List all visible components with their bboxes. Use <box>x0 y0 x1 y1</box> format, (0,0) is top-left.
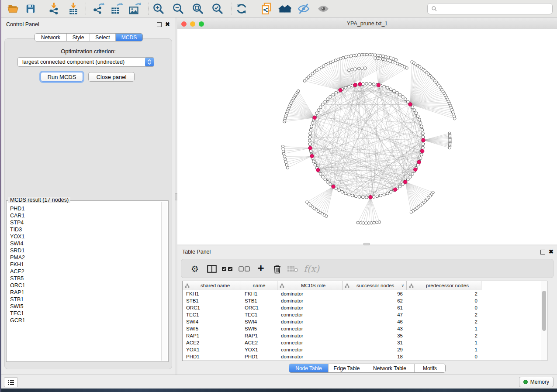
network-node[interactable] <box>339 57 342 60</box>
export-network-icon[interactable] <box>91 1 106 16</box>
network-node[interactable] <box>361 196 364 199</box>
network-node[interactable] <box>354 195 357 198</box>
network-node[interactable] <box>309 128 312 131</box>
tab-mcds[interactable]: MCDS <box>116 34 142 41</box>
network-node[interactable] <box>386 192 389 195</box>
table-row[interactable]: SWI5SWI5connector431 <box>183 325 481 332</box>
network-node[interactable] <box>365 222 367 224</box>
select-all-icon[interactable] <box>220 261 235 276</box>
network-node[interactable] <box>364 67 367 69</box>
table-cell-predecessor_nodes[interactable]: 1 <box>407 325 481 332</box>
dominator-node[interactable] <box>422 138 425 142</box>
table-cell-mcds_role[interactable]: dominator <box>277 297 343 304</box>
network-node[interactable] <box>317 109 320 112</box>
network-node[interactable] <box>410 211 412 213</box>
table-cell-successor_nodes[interactable]: 43 <box>343 325 407 332</box>
network-node[interactable] <box>419 121 422 124</box>
result-list-item[interactable]: SWI5 <box>7 303 161 310</box>
network-node[interactable] <box>286 166 289 169</box>
network-node[interactable] <box>379 194 382 197</box>
tab-motifs[interactable]: Motifs <box>415 364 445 372</box>
zoom-out-icon[interactable] <box>171 1 186 16</box>
network-node[interactable] <box>420 153 423 156</box>
network-node[interactable] <box>411 172 414 175</box>
network-node[interactable] <box>345 56 347 58</box>
column-header-MCDS-role[interactable]: MCDS role <box>277 281 343 290</box>
table-cell-name[interactable]: STB1 <box>241 297 277 304</box>
network-node[interactable] <box>379 57 381 60</box>
network-node[interactable] <box>378 221 381 224</box>
network-node[interactable] <box>356 221 359 224</box>
export-image-icon[interactable] <box>127 1 142 16</box>
column-header-predecessor-nodes[interactable]: predecessor nodes <box>407 281 481 290</box>
dominator-node[interactable] <box>404 180 407 184</box>
result-list-item[interactable]: FKH1 <box>7 261 161 268</box>
network-node[interactable] <box>416 115 419 118</box>
table-cell-mcds_role[interactable]: connector <box>277 346 343 353</box>
network-node[interactable] <box>360 53 363 56</box>
result-list-item[interactable]: CAR1 <box>7 212 161 219</box>
network-window-titlebar[interactable]: YPA_prune.txt_1 <box>177 18 557 29</box>
table-cell-shared_name[interactable]: ORC1 <box>183 304 241 311</box>
column-header-name[interactable]: name <box>241 281 277 290</box>
table-cell-predecessor_nodes[interactable]: 0 <box>407 304 481 311</box>
table-row[interactable]: ACE2ACE2connector311 <box>183 339 481 346</box>
table-row[interactable]: PHD1PHD1dominator180 <box>183 353 481 360</box>
horizontal-splitter-handle[interactable] <box>363 243 370 245</box>
network-node[interactable] <box>326 98 329 101</box>
close-panel-button[interactable]: Close panel <box>88 72 135 82</box>
network-node[interactable] <box>420 125 423 128</box>
dominator-node[interactable] <box>358 83 362 86</box>
network-node[interactable] <box>374 54 377 56</box>
result-list-item[interactable]: SRD1 <box>7 247 161 254</box>
network-node[interactable] <box>406 178 409 181</box>
network-node[interactable] <box>377 54 379 57</box>
network-node[interactable] <box>371 53 374 56</box>
network-node[interactable] <box>419 157 422 160</box>
table-panel-float-icon[interactable] <box>540 250 545 254</box>
table-cell-successor_nodes[interactable]: 29 <box>343 346 407 353</box>
network-node[interactable] <box>351 194 354 197</box>
network-node[interactable] <box>329 95 332 98</box>
table-cell-name[interactable]: PHD1 <box>241 353 277 360</box>
table-cell-predecessor_nodes[interactable]: 2 <box>407 332 481 339</box>
table-cell-predecessor_nodes[interactable]: 2 <box>407 318 481 325</box>
table-cell-predecessor_nodes[interactable]: 2 <box>407 311 481 318</box>
network-node[interactable] <box>422 146 425 149</box>
table-cell-mcds_role[interactable]: connector <box>277 339 343 346</box>
table-cell-name[interactable]: SWI5 <box>241 325 277 332</box>
network-node[interactable] <box>387 56 390 58</box>
table-cell-successor_nodes[interactable]: 18 <box>343 353 407 360</box>
show-all-icon[interactable] <box>316 1 331 16</box>
table-cell-predecessor_nodes[interactable]: 1 <box>407 346 481 353</box>
tab-style[interactable]: Style <box>67 34 90 41</box>
table-cell-mcds_role[interactable]: dominator <box>277 353 343 360</box>
network-node[interactable] <box>404 98 407 101</box>
network-node[interactable] <box>348 69 350 72</box>
result-list-item[interactable]: STB5 <box>7 275 161 282</box>
zoom-selected-icon[interactable] <box>210 1 225 16</box>
network-node[interactable] <box>362 222 364 224</box>
dominator-node[interactable] <box>421 149 424 153</box>
network-node[interactable] <box>350 55 353 57</box>
network-node[interactable] <box>363 53 366 56</box>
table-panel-close-icon[interactable]: ✖ <box>549 249 554 254</box>
network-node[interactable] <box>367 222 370 224</box>
table-cell-shared_name[interactable]: STB1 <box>183 297 241 304</box>
dominator-node[interactable] <box>369 196 372 199</box>
network-node[interactable] <box>321 175 324 179</box>
column-header-successor-nodes[interactable]: successor nodes∨ <box>343 281 407 290</box>
network-node[interactable] <box>390 57 392 59</box>
network-node[interactable] <box>365 83 368 86</box>
network-node[interactable] <box>372 83 375 86</box>
import-table-icon[interactable] <box>66 1 81 16</box>
dominator-node[interactable] <box>393 188 397 191</box>
zoom-in-icon[interactable] <box>151 1 166 16</box>
task-history-icon[interactable] <box>4 377 18 387</box>
dominator-node[interactable] <box>310 154 314 158</box>
table-cell-shared_name[interactable]: FKH1 <box>183 290 241 297</box>
table-cell-successor_nodes[interactable]: 35 <box>343 332 407 339</box>
network-node[interactable] <box>411 106 414 109</box>
network-node[interactable] <box>315 112 318 115</box>
network-node[interactable] <box>284 158 287 161</box>
